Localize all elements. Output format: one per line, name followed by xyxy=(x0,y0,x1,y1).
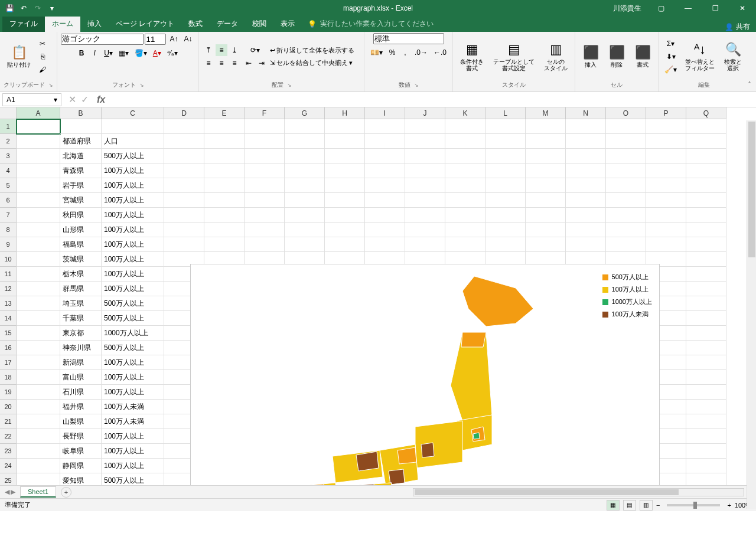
bold-button[interactable]: B xyxy=(76,47,87,59)
cell[interactable]: 100万人未満 xyxy=(102,414,164,429)
cell[interactable] xyxy=(566,163,606,178)
cell[interactable] xyxy=(686,429,726,444)
cell[interactable]: 岐阜県 xyxy=(60,444,102,459)
align-center-icon[interactable]: ≡ xyxy=(216,57,227,69)
phonetic-button[interactable]: ᵃ⁄ₐ▾ xyxy=(165,47,180,59)
map-chart[interactable]: 500万人以上100万人以上1000万人以上100万人未満 Powered By… xyxy=(190,264,660,485)
cell[interactable] xyxy=(405,208,445,223)
cell[interactable]: 岩手県 xyxy=(60,178,102,193)
cell[interactable] xyxy=(606,193,646,208)
column-header[interactable]: L xyxy=(485,107,526,119)
cell[interactable]: 東京都 xyxy=(60,326,102,341)
cell[interactable] xyxy=(445,208,485,223)
column-header[interactable]: A xyxy=(17,107,60,119)
cell[interactable]: 100万人以上 xyxy=(102,267,164,282)
cell[interactable] xyxy=(646,149,686,163)
cell[interactable] xyxy=(686,282,726,296)
cell[interactable] xyxy=(164,134,204,149)
row-header[interactable]: 4 xyxy=(0,163,17,178)
cell[interactable] xyxy=(445,237,485,252)
cell[interactable]: 100万人未満 xyxy=(102,400,164,414)
column-header[interactable]: Q xyxy=(686,107,726,119)
cell[interactable]: 100万人以上 xyxy=(102,355,164,370)
cell[interactable] xyxy=(445,193,485,208)
fx-icon[interactable]: fx xyxy=(93,94,109,105)
cell[interactable]: 山梨県 xyxy=(60,414,102,429)
cell[interactable]: 都道府県 xyxy=(60,134,102,149)
orientation-icon[interactable]: ⟳▾ xyxy=(243,44,268,56)
cell[interactable] xyxy=(485,193,526,208)
decrease-decimal-icon[interactable]: ←.0 xyxy=(431,47,449,58)
sheet-tab[interactable]: Sheet1 xyxy=(20,486,56,498)
cell[interactable] xyxy=(646,163,686,178)
cell[interactable] xyxy=(445,134,485,149)
cell[interactable] xyxy=(686,237,726,252)
row-header[interactable]: 5 xyxy=(0,178,17,193)
cell[interactable] xyxy=(646,193,686,208)
cell[interactable]: 100万人以上 xyxy=(102,193,164,208)
cell[interactable] xyxy=(325,149,365,163)
row-header[interactable]: 2 xyxy=(0,134,17,149)
cell[interactable] xyxy=(325,178,365,193)
normal-view-button[interactable]: ▦ xyxy=(607,500,620,511)
cell[interactable] xyxy=(365,134,405,149)
cell[interactable]: 静岡県 xyxy=(60,459,102,473)
cell[interactable] xyxy=(285,178,325,193)
cell[interactable] xyxy=(606,223,646,237)
scrollbar-thumb[interactable] xyxy=(415,489,679,495)
accounting-format-icon[interactable]: 💴▾ xyxy=(368,47,385,58)
row-header[interactable]: 24 xyxy=(0,459,17,473)
cell[interactable] xyxy=(405,149,445,163)
cell[interactable] xyxy=(204,208,245,223)
cell[interactable] xyxy=(686,163,726,178)
tab-formulas[interactable]: 数式 xyxy=(181,16,210,32)
cell[interactable] xyxy=(606,208,646,223)
paste-button[interactable]: 📋 貼り付け xyxy=(4,44,34,69)
align-right-icon[interactable]: ≡ xyxy=(229,57,240,69)
cell[interactable] xyxy=(204,134,245,149)
clear-icon[interactable]: 🧹▾ xyxy=(662,64,679,76)
cell[interactable] xyxy=(365,119,405,134)
cell[interactable] xyxy=(566,237,606,252)
cell[interactable] xyxy=(566,223,606,237)
cell[interactable]: 新潟県 xyxy=(60,355,102,370)
cut-icon[interactable]: ✂ xyxy=(37,38,48,50)
sheet-nav-prev-icon[interactable]: ◀ xyxy=(5,488,9,496)
cell[interactable]: 500万人以上 xyxy=(102,473,164,485)
column-header[interactable]: E xyxy=(204,107,245,119)
cell[interactable] xyxy=(245,223,285,237)
cell[interactable] xyxy=(285,134,325,149)
cell[interactable] xyxy=(646,208,686,223)
cell[interactable] xyxy=(285,208,325,223)
cell[interactable]: 100万人以上 xyxy=(102,252,164,267)
cell[interactable] xyxy=(17,282,60,296)
ribbon-options-icon[interactable]: ▢ xyxy=(647,0,674,17)
cell[interactable] xyxy=(485,223,526,237)
enter-formula-icon[interactable]: ✓ xyxy=(81,94,89,105)
cell[interactable] xyxy=(445,223,485,237)
cell[interactable]: 青森県 xyxy=(60,163,102,178)
row-header[interactable]: 1 xyxy=(0,119,17,134)
cell[interactable] xyxy=(17,473,60,485)
cell[interactable]: 100万人以上 xyxy=(102,178,164,193)
align-left-icon[interactable]: ≡ xyxy=(203,57,214,69)
fill-color-button[interactable]: 🪣▾ xyxy=(132,47,149,59)
cell[interactable] xyxy=(17,119,60,134)
tab-review[interactable]: 校閲 xyxy=(245,16,273,32)
cell[interactable] xyxy=(245,149,285,163)
tab-home[interactable]: ホーム xyxy=(45,16,80,32)
row-header[interactable]: 8 xyxy=(0,223,17,237)
cell[interactable] xyxy=(17,296,60,311)
underline-button[interactable]: U▾ xyxy=(102,47,115,59)
cell[interactable] xyxy=(17,400,60,414)
cell[interactable] xyxy=(526,134,566,149)
format-as-table-button[interactable]: ▤テーブルとして 書式設定 xyxy=(490,41,538,73)
cell[interactable] xyxy=(686,355,726,370)
cell[interactable] xyxy=(245,163,285,178)
cell[interactable]: 100万人以上 xyxy=(102,429,164,444)
cell[interactable] xyxy=(686,341,726,355)
cell[interactable] xyxy=(485,163,526,178)
cell[interactable] xyxy=(17,237,60,252)
cell[interactable] xyxy=(17,370,60,385)
row-header[interactable]: 7 xyxy=(0,208,17,223)
